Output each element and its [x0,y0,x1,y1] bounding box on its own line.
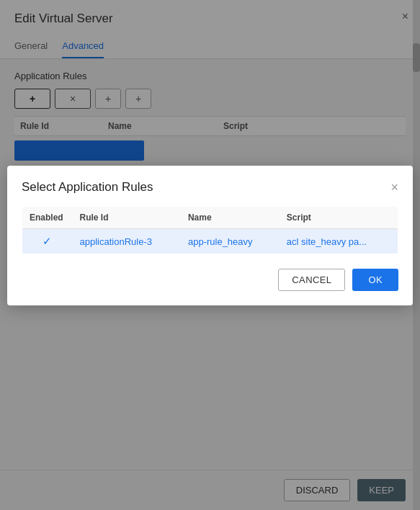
th-rule-id: Rule Id [73,207,181,229]
modal-header: Select Application Rules × [22,180,398,194]
modal-dialog: Select Application Rules × Enabled Rule … [7,166,413,305]
th-name: Name [181,207,280,229]
th-enabled: Enabled [22,207,73,229]
checkbox-icon: ✓ [43,235,52,247]
modal-close-icon[interactable]: × [390,181,398,194]
name-cell: app-rule_heavy [181,229,280,254]
table-header-row: Enabled Rule Id Name Script [22,207,398,229]
cancel-button[interactable]: CANCEL [278,269,345,291]
enabled-cell[interactable]: ✓ [22,229,73,254]
th-script: Script [280,207,398,229]
table-row[interactable]: ✓ applicationRule-3 app-rule_heavy acl s… [22,229,398,254]
ok-button[interactable]: OK [352,269,398,291]
script-cell: acl site_heavy pa... [280,229,398,254]
rule-id-cell[interactable]: applicationRule-3 [73,229,181,254]
modal-title: Select Application Rules [22,180,153,194]
modal-table: Enabled Rule Id Name Script ✓ applicatio… [22,206,398,254]
modal-footer: CANCEL OK [22,269,398,291]
